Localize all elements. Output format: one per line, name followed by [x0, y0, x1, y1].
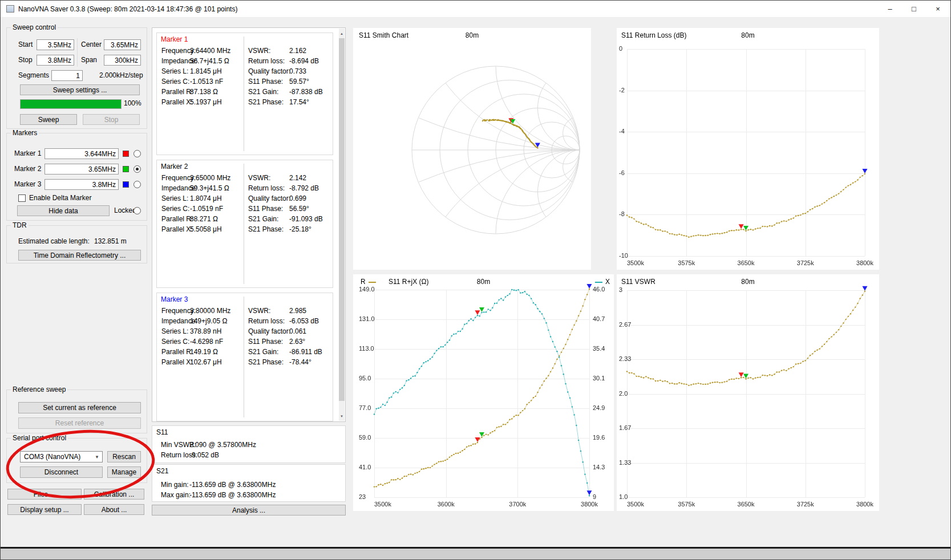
field-value: 59.57° — [289, 78, 309, 86]
marker-3-label: Marker 3 — [14, 179, 41, 190]
sweep-settings-button[interactable]: Sweep settings ... — [20, 84, 140, 95]
field-value: 378.89 nH — [190, 327, 221, 335]
field-label: Series L: — [161, 194, 190, 202]
marker-1-color-swatch[interactable] — [123, 151, 129, 157]
field-value: 149.19 Ω — [190, 348, 218, 356]
minimize-button[interactable]: – — [878, 1, 902, 18]
about-button[interactable]: About ... — [84, 504, 144, 515]
field-row: Min VSWR:2.090 @ 3.57800MHz — [161, 440, 338, 450]
field-row: Return loss:-8.792 dB — [248, 183, 331, 193]
time-domain-reflectometry-button[interactable]: Time Domain Reflectometry ... — [18, 250, 141, 261]
field-label: Quality factor: — [248, 194, 289, 202]
field-label: VSWR: — [248, 307, 289, 315]
field-row: VSWR:2.162 — [248, 46, 331, 56]
serial-port-control-group: Serial port control COM3 (NanoVNA) ▾ Res… — [6, 438, 147, 483]
tdr-group-title: TDR — [11, 222, 29, 229]
field-row: S21 Phase:17.54° — [248, 97, 331, 107]
set-current-as-reference-button[interactable]: Set current as reference — [18, 402, 141, 413]
s11-vswr-chart[interactable] — [617, 274, 879, 511]
s11-smith-chart[interactable] — [353, 28, 591, 270]
files-button[interactable]: Files ... — [7, 489, 82, 500]
stop-frequency-input[interactable] — [37, 55, 74, 66]
field-value: 0.699 — [289, 194, 306, 202]
field-row: Series C:-4.6298 nF — [161, 336, 242, 347]
markers-group: Markers Marker 1 Marker 2 Marker 3 Enabl… — [6, 133, 147, 221]
divider — [244, 164, 244, 284]
s11-r-plus-jx-chart[interactable] — [353, 274, 614, 511]
marker-1-frequency-input[interactable] — [44, 148, 119, 159]
field-row: S11 Phase:2.63° — [248, 336, 331, 347]
hide-data-button[interactable]: Hide data — [17, 205, 110, 216]
field-row: Parallel R:87.138 Ω — [161, 87, 242, 97]
field-value: 87.138 Ω — [190, 88, 218, 96]
marker-3-frequency-input[interactable] — [44, 179, 119, 190]
cable-length-value: 132.851 m — [94, 236, 127, 247]
field-value: 102.67 μH — [190, 358, 222, 366]
marker-3-color-swatch[interactable] — [123, 181, 129, 188]
field-row: S21 Gain:-86.911 dB — [248, 347, 331, 357]
field-row: S21 Gain:-91.093 dB — [248, 214, 331, 224]
close-button[interactable]: × — [926, 1, 950, 18]
field-row: Return loss:-6.053 dB — [248, 316, 331, 326]
chevron-down-icon: ▾ — [92, 452, 102, 461]
span-input[interactable] — [104, 55, 141, 66]
app-icon — [6, 5, 14, 13]
scrollbar-up-icon[interactable]: ▲ — [339, 29, 345, 38]
rescan-button[interactable]: Rescan — [107, 451, 141, 462]
field-label: S11 Phase: — [248, 78, 289, 86]
r-plus-jx-band-label: 80m — [353, 278, 614, 286]
marker-1-radio[interactable] — [133, 150, 141, 157]
field-value: -78.44° — [289, 358, 311, 366]
scrollbar-down-icon[interactable]: ▼ — [339, 411, 345, 421]
field-label: S11 Phase: — [248, 338, 289, 346]
title-bar[interactable]: NanoVNA Saver 0.3.8 (Sweep: 80m 2021-03-… — [1, 1, 950, 18]
marker-2-color-swatch[interactable] — [123, 166, 129, 172]
segments-input[interactable] — [51, 70, 83, 81]
marker-2-radio[interactable] — [133, 165, 141, 173]
locked-radio[interactable] — [133, 207, 141, 214]
marker-3-radio[interactable] — [133, 181, 141, 188]
field-row: Return loss:-8.694 dB — [248, 56, 331, 66]
field-label: Parallel X: — [161, 225, 190, 233]
disconnect-button[interactable]: Disconnect — [20, 466, 103, 478]
field-value: -86.911 dB — [289, 348, 322, 356]
field-value: 1.8145 μH — [190, 67, 222, 75]
field-label: Series C: — [161, 338, 190, 346]
field-label: Impedance: — [161, 184, 190, 192]
enable-delta-marker-checkbox[interactable] — [18, 194, 26, 202]
field-row: Parallel X:5.1937 μH — [161, 97, 242, 107]
center-frequency-input[interactable] — [104, 39, 141, 50]
field-row: Min gain:-113.659 dB @ 3.63800MHz — [161, 480, 338, 490]
display-setup-button[interactable]: Display setup ... — [7, 504, 82, 515]
s21-summary-title: S21 — [156, 467, 168, 475]
scrollbar-thumb[interactable] — [339, 38, 345, 401]
marker-3-info-box: Marker 3 Frequency:3.80000 MHzImpedance:… — [156, 293, 333, 421]
s11-summary-rows: Min VSWR:2.090 @ 3.57800MHzReturn loss:-… — [161, 440, 338, 460]
calibration-button[interactable]: Calibration ... — [84, 489, 144, 500]
field-value: -25.18° — [289, 225, 311, 233]
stop-button[interactable]: Stop — [83, 114, 140, 125]
manage-button[interactable]: Manage — [107, 466, 141, 478]
reset-reference-button[interactable]: Reset reference — [18, 417, 141, 429]
field-value: 17.54° — [289, 98, 309, 106]
field-label: Series L: — [161, 67, 190, 75]
field-label: Frequency: — [161, 307, 190, 315]
segments-label: Segments — [18, 70, 49, 81]
s11-return-loss-chart-panel: S11 Return Loss (dB) 80m — [617, 28, 879, 270]
app-window: NanoVNA Saver 0.3.8 (Sweep: 80m 2021-03-… — [0, 0, 951, 560]
marker-2-frequency-input[interactable] — [44, 164, 119, 175]
field-label: Frequency: — [161, 47, 190, 55]
field-value: -4.6298 nF — [190, 338, 223, 346]
bottom-strip — [1, 549, 950, 559]
s21-summary-box: S21 Min gain:-113.659 dB @ 3.63800MHzMax… — [152, 464, 346, 502]
maximize-button[interactable]: □ — [902, 1, 926, 18]
scrollbar[interactable]: ▲ ▼ — [339, 29, 345, 421]
s11-r-plus-jx-chart-panel: R S11 R+jX (Ω) 80m X — [353, 274, 614, 511]
start-frequency-input[interactable] — [37, 39, 74, 50]
field-row: Series C:-1.0519 nF — [161, 204, 242, 214]
field-label: Parallel X: — [161, 358, 190, 366]
s11-return-loss-chart[interactable] — [617, 28, 879, 270]
serial-port-select[interactable]: COM3 (NanoVNA) ▾ — [20, 451, 103, 462]
sweep-button[interactable]: Sweep — [20, 114, 77, 125]
analysis-button[interactable]: Analysis ... — [152, 505, 346, 516]
